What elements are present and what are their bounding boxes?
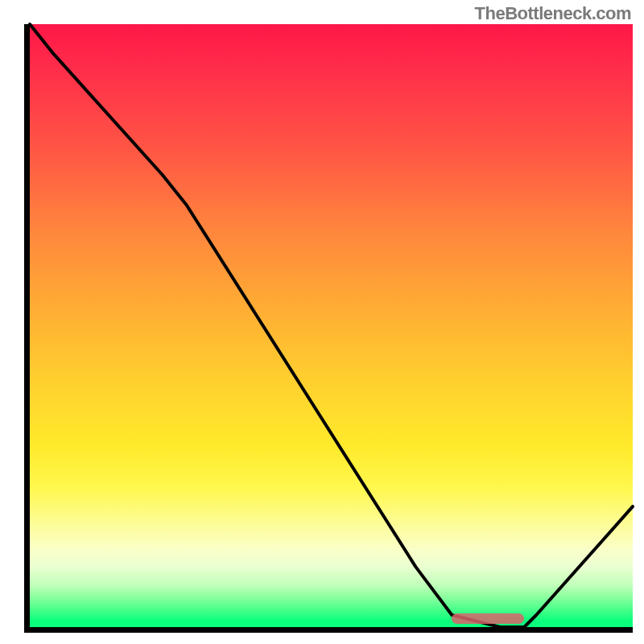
plot-area [24,24,633,633]
chart-frame: TheBottleneck.com [0,0,644,644]
attribution-text: TheBottleneck.com [475,3,631,24]
bottleneck-curve [30,24,633,627]
optimal-range-marker [452,613,524,624]
